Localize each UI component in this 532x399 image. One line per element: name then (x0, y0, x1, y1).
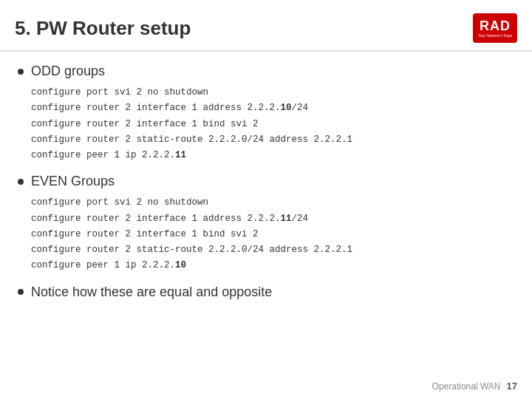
odd-header: ODD groups (18, 64, 514, 79)
logo-tagline: Your Network's Edge (478, 34, 512, 38)
even-line-1: configure port svi 2 no shutdown (31, 195, 514, 211)
odd-label: ODD groups (31, 64, 105, 79)
logo: RAD Your Network's Edge (473, 13, 517, 43)
even-line-3: configure router 2 interface 1 bind svi … (31, 227, 514, 242)
even-code-block: configure port svi 2 no shutdown configu… (31, 195, 514, 273)
odd-bold-1: 10 (281, 103, 292, 113)
page-title: 5. PW Router setup (15, 17, 191, 40)
odd-line-1: configure port svi 2 no shutdown (31, 85, 514, 100)
even-bold-1: 11 (281, 214, 292, 224)
odd-line-3: configure router 2 interface 1 bind svi … (31, 117, 514, 132)
notice-section: Notice how these are equal and opposite (18, 284, 514, 300)
bullet-dot-odd (18, 69, 24, 75)
odd-line-5: configure peer 1 ip 2.2.2.11 (31, 148, 514, 163)
footer: Operational WAN 17 (432, 381, 517, 392)
odd-line-2: configure router 2 interface 1 address 2… (31, 100, 514, 116)
odd-line-4: configure router 2 static-route 2.2.2.0/… (31, 132, 514, 148)
content: ODD groups configure port svi 2 no shutd… (0, 52, 532, 307)
header: 5. PW Router setup RAD Your Network's Ed… (0, 0, 532, 52)
even-line-2: configure router 2 interface 1 address 2… (31, 211, 514, 227)
bullet-dot-even (18, 179, 24, 185)
notice-label: Notice how these are equal and opposite (31, 284, 272, 300)
even-bold-2: 10 (175, 260, 186, 270)
even-label: EVEN Groups (31, 174, 115, 189)
even-line-4: configure router 2 static-route 2.2.2.0/… (31, 242, 514, 258)
bullet-dot-notice (18, 289, 24, 295)
odd-bold-2: 11 (175, 150, 186, 160)
page: 5. PW Router setup RAD Your Network's Ed… (0, 0, 532, 399)
section-odd: ODD groups configure port svi 2 no shutd… (18, 64, 514, 163)
footer-page: 17 (507, 381, 517, 392)
even-header: EVEN Groups (18, 174, 514, 189)
logo-text: RAD (480, 19, 511, 33)
section-even: EVEN Groups configure port svi 2 no shut… (18, 174, 514, 273)
odd-code-block: configure port svi 2 no shutdown configu… (31, 85, 514, 163)
footer-section: Operational WAN (432, 381, 501, 392)
even-line-5: configure peer 1 ip 2.2.2.10 (31, 258, 514, 273)
